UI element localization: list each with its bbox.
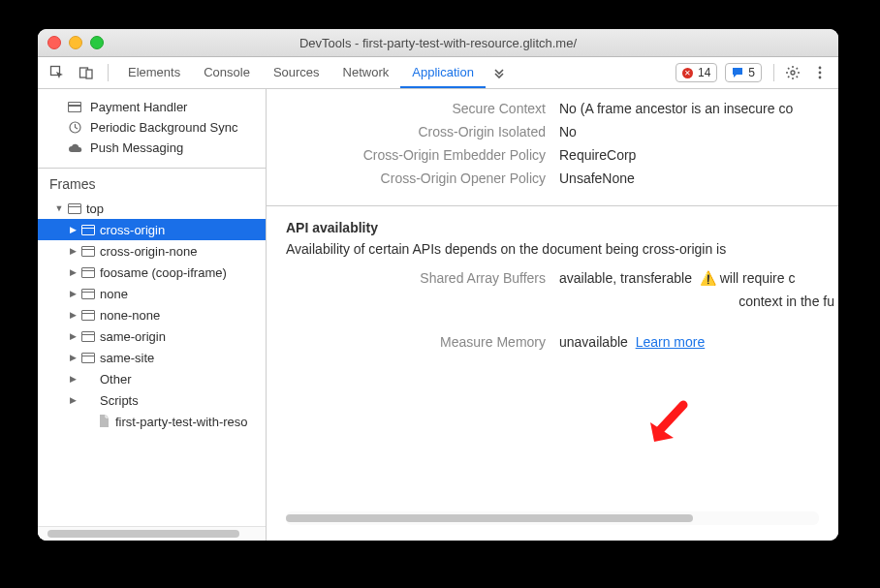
disclosure-right-icon[interactable]: ▶	[67, 310, 79, 320]
device-toggle-icon[interactable]	[73, 61, 100, 84]
annotation-arrow-icon	[644, 399, 693, 448]
zoom-icon[interactable]	[90, 36, 104, 49]
window-title: DevTools - first-party-test-with-resourc…	[38, 36, 838, 50]
tree-label: top	[86, 201, 104, 216]
application-sidebar: Payment Handler Periodic Background Sync…	[38, 89, 267, 541]
tree-item-cross-origin-none[interactable]: ▶ cross-origin-none	[38, 240, 266, 262]
sidebar-item-periodic-sync[interactable]: Periodic Background Sync	[38, 117, 266, 138]
message-count: 5	[748, 66, 755, 79]
frame-icon	[80, 353, 96, 363]
prop-coop: Cross-Origin Opener Policy UnsafeNone	[267, 167, 838, 190]
svg-point-5	[819, 72, 822, 75]
tree-label: Scripts	[100, 393, 139, 408]
tree-label: cross-origin	[100, 223, 165, 237]
sidebar-item-label: Payment Handler	[90, 100, 187, 114]
titlebar: DevTools - first-party-test-with-resourc…	[38, 29, 838, 57]
tree-item-none[interactable]: ▶ none	[38, 283, 266, 304]
minimize-icon[interactable]	[69, 36, 82, 49]
tree-item-other[interactable]: ▶ Other	[38, 368, 266, 389]
svg-rect-2	[86, 70, 92, 78]
tab-console[interactable]: Console	[192, 57, 262, 88]
frame-icon	[67, 203, 82, 214]
frame-icon	[80, 310, 96, 321]
frame-icon	[80, 331, 96, 342]
prop-label: Cross-Origin Opener Policy	[267, 170, 559, 186]
separator	[773, 64, 774, 81]
sidebar-scrollbar[interactable]	[38, 526, 266, 541]
disclosure-right-icon[interactable]: ▶	[67, 374, 79, 384]
tree-label: first-party-test-with-reso	[115, 415, 248, 429]
more-options-icon[interactable]	[807, 66, 833, 79]
tree-label: foosame (coop-iframe)	[100, 265, 227, 280]
message-count-pill[interactable]: 5	[725, 63, 762, 82]
tab-elements[interactable]: Elements	[116, 57, 192, 88]
disclosure-right-icon[interactable]: ▶	[67, 267, 79, 277]
tab-network[interactable]: Network	[331, 57, 401, 88]
panel-body: Payment Handler Periodic Background Sync…	[38, 89, 838, 541]
disclosure-down-icon[interactable]: ▼	[53, 203, 65, 213]
tree-item-scripts[interactable]: ▶ Scripts	[38, 389, 266, 411]
tree-label: Other	[100, 372, 132, 387]
main-toolbar: Elements Console Sources Network Applica…	[38, 57, 838, 89]
frames-header: Frames	[38, 168, 266, 196]
disclosure-right-icon[interactable]: ▶	[67, 331, 79, 341]
tree-item-same-origin[interactable]: ▶ same-origin	[38, 325, 266, 347]
disclosure-right-icon[interactable]: ▶	[67, 246, 79, 256]
message-icon	[732, 67, 743, 78]
separator	[108, 64, 109, 81]
learn-more-link[interactable]: Learn more	[636, 334, 706, 350]
tree-item-cross-origin[interactable]: ▶ cross-origin	[38, 219, 266, 240]
prop-label: Shared Array Buffers	[286, 270, 559, 286]
panel-tabs: Elements Console Sources Network Applica…	[116, 57, 486, 88]
file-icon	[96, 415, 111, 428]
detail-scrollbar[interactable]	[286, 511, 819, 525]
tree-item-top[interactable]: ▼ top	[38, 198, 266, 219]
prop-value: available, transferable ⚠️ will require …	[559, 270, 838, 286]
row-measure-memory: Measure Memory unavailable Learn more	[286, 330, 838, 354]
prop-cross-origin-isolated: Cross-Origin Isolated No	[267, 120, 838, 143]
frame-icon	[80, 267, 96, 278]
prop-label: Cross-Origin Embedder Policy	[267, 147, 559, 163]
tab-application[interactable]: Application	[400, 57, 486, 88]
frame-icon	[80, 246, 96, 257]
tree-label: same-origin	[100, 329, 166, 344]
sidebar-item-push-messaging[interactable]: Push Messaging	[38, 138, 266, 158]
security-properties: Secure Context No (A frame ancestor is a…	[267, 89, 838, 190]
disclosure-right-icon[interactable]: ▶	[67, 289, 79, 298]
row-sab-extra: context in the fu	[286, 290, 838, 313]
background-services-group: Payment Handler Periodic Background Sync…	[38, 89, 266, 158]
settings-icon[interactable]	[780, 65, 805, 80]
prop-value: context in the fu	[559, 294, 838, 309]
inspect-icon[interactable]	[44, 61, 71, 84]
more-tabs-icon[interactable]	[487, 67, 511, 78]
prop-label: Cross-Origin Isolated	[267, 124, 559, 139]
tree-label: cross-origin-none	[100, 244, 197, 259]
close-icon[interactable]	[47, 36, 61, 49]
tree-item-foosame[interactable]: ▶ foosame (coop-iframe)	[38, 262, 266, 283]
frame-icon	[80, 289, 96, 299]
prop-value: unavailable Learn more	[559, 334, 838, 350]
disclosure-right-icon[interactable]: ▶	[67, 225, 79, 234]
section-title: API availablity	[286, 220, 838, 235]
sidebar-item-payment-handler[interactable]: Payment Handler	[38, 97, 266, 117]
clock-icon	[67, 121, 82, 134]
prop-label: Measure Memory	[286, 334, 559, 350]
row-shared-array-buffers: Shared Array Buffers available, transfer…	[286, 266, 838, 290]
sidebar-item-label: Periodic Background Sync	[90, 120, 237, 135]
frame-icon	[80, 225, 96, 235]
warning-icon: ⚠️	[700, 270, 716, 286]
disclosure-right-icon[interactable]: ▶	[67, 395, 79, 405]
prop-label: Secure Context	[267, 101, 559, 116]
error-icon: ✕	[682, 68, 693, 78]
error-count-pill[interactable]: ✕ 14	[676, 63, 717, 82]
tree-item-none-none[interactable]: ▶ none-none	[38, 304, 266, 325]
disclosure-right-icon[interactable]: ▶	[67, 353, 79, 362]
prop-value: UnsafeNone	[559, 170, 838, 186]
tree-label: same-site	[100, 351, 154, 365]
error-count: 14	[698, 66, 710, 79]
tree-label: none	[100, 287, 128, 301]
tree-item-script-file[interactable]: first-party-test-with-reso	[38, 411, 266, 432]
tab-sources[interactable]: Sources	[262, 57, 331, 88]
sidebar-item-label: Push Messaging	[90, 140, 183, 155]
tree-item-same-site[interactable]: ▶ same-site	[38, 347, 266, 368]
